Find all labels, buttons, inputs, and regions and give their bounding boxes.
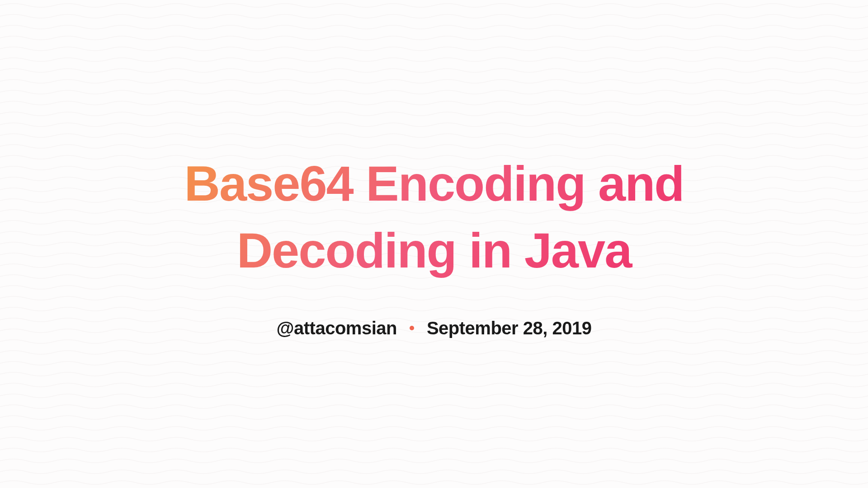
content-container: Base64 Encoding and Decoding in Java @at… — [163, 150, 705, 338]
separator-dot-icon — [410, 326, 414, 330]
publish-date: September 28, 2019 — [427, 318, 592, 338]
article-title: Base64 Encoding and Decoding in Java — [163, 150, 705, 284]
article-meta: @attacomsian September 28, 2019 — [277, 318, 592, 338]
author-handle: @attacomsian — [277, 318, 397, 338]
